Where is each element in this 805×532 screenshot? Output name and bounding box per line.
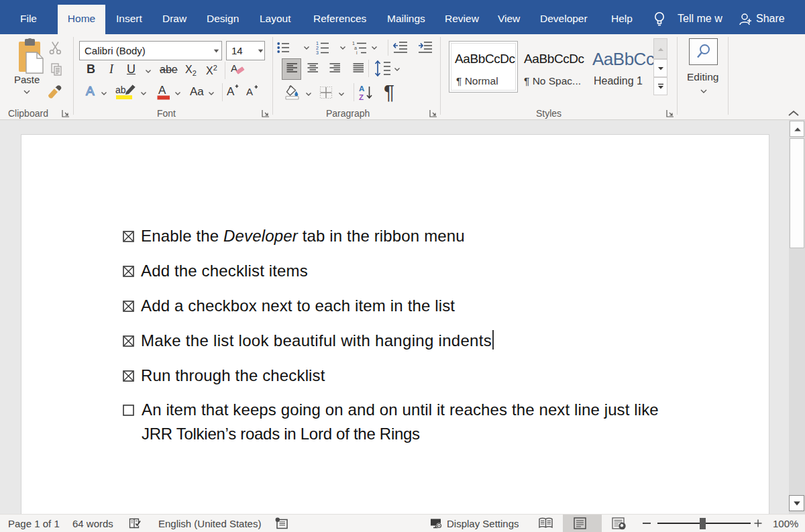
svg-text:1: 1 [316, 41, 319, 46]
svg-text:i: i [356, 50, 358, 55]
svg-text:A: A [86, 84, 95, 98]
svg-text:A: A [227, 85, 235, 98]
svg-text:A: A [246, 86, 253, 97]
svg-text:A: A [359, 85, 364, 93]
svg-text:ab: ab [115, 85, 126, 95]
svg-text:Z: Z [359, 93, 364, 101]
svg-text:a: a [354, 46, 357, 50]
svg-text:A: A [158, 84, 166, 97]
svg-text:2: 2 [316, 46, 319, 50]
svg-text:3: 3 [316, 50, 319, 55]
svg-text:1: 1 [352, 41, 355, 46]
